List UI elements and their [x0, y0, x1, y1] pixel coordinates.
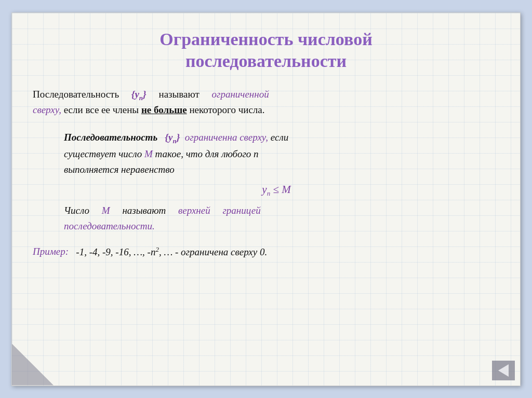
def2-text1: если [271, 132, 288, 143]
def2-conc-upper: верхней границей [178, 205, 261, 216]
def2-para1: Последовательность {yn} ограниченна свер… [64, 130, 489, 177]
def1-underlined: не больше [141, 104, 187, 115]
def2-conc-seq: последовательности. [64, 221, 155, 231]
definition2-block: Последовательность {yn} ограниченна свер… [64, 130, 489, 234]
def2-text2: существует число [64, 148, 144, 159]
def2-M2: М [102, 205, 110, 216]
example-block: Пример: -1, -4, -9, -16, …, -n2, … - огр… [33, 244, 499, 259]
example-label: Пример: [33, 246, 69, 257]
def2-conclusion: Число М называют верхней границей послед… [64, 203, 489, 234]
example-text: -1, -4, -9, -16, …, -n2, … - ограничена … [71, 246, 267, 257]
def1-text-after: если все ее члены [64, 104, 141, 115]
def1-text-before: Последовательность [33, 89, 119, 100]
def2-text3: такое, что для любого [155, 148, 254, 159]
corner-decoration-right [492, 361, 515, 380]
def1-highlighted: ограниченной [212, 89, 269, 100]
slide: Ограниченность числовой последовательнос… [11, 12, 521, 386]
arrow-left-icon [498, 364, 509, 377]
def1-seq: {yn} [131, 89, 147, 100]
def2-intro: Последовательность [64, 132, 157, 143]
title-line2: последовательности [185, 51, 347, 71]
def1-highlighted2: сверху, [33, 104, 61, 115]
def2-seq: {yn} [165, 132, 180, 143]
def1-text-middle: называют [158, 89, 199, 100]
definition1-block: Последовательность {yn} называют огранич… [33, 87, 499, 118]
inequality-display: yn ≤ М [64, 181, 489, 199]
def2-conc-num: Число [64, 205, 89, 216]
def2-conc-call: называют [122, 205, 166, 216]
slide-title: Ограниченность числовой последовательнос… [33, 29, 499, 73]
title-line1: Ограниченность числовой [159, 30, 373, 49]
corner-decoration-left [12, 344, 54, 386]
def2-text4: выполняется неравенство [64, 164, 175, 175]
def2-n: n [254, 148, 259, 159]
def2-highlighted: ограниченна сверху, [185, 132, 268, 143]
def1-text-end: некоторого числа. [189, 104, 264, 115]
def2-M1: М [144, 148, 153, 159]
